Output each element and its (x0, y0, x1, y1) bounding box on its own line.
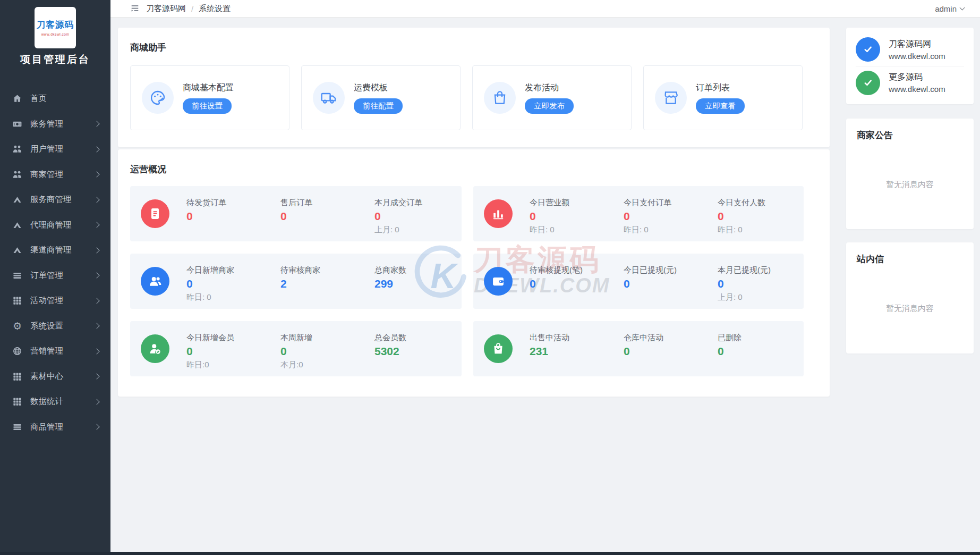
sidebar-item-goods[interactable]: 商品管理 (0, 415, 110, 440)
sidebar-item-system-settings[interactable]: ⚙ 系统设置 (0, 314, 110, 339)
sidebar-item-label: 代理商管理 (30, 220, 95, 231)
user-menu[interactable]: admin (935, 4, 964, 13)
view-now-button[interactable]: 立即查看 (696, 98, 745, 114)
chevron-down-icon (960, 5, 965, 11)
sidebar-item-orders[interactable]: 订单管理 (0, 263, 110, 289)
sidebar-menu: 首页 账务管理 用户管理 商家管理 (0, 86, 110, 440)
home-icon (12, 94, 22, 104)
sidebar-item-service-providers[interactable]: 服务商管理 (0, 187, 110, 213)
sidebar-item-marketing[interactable]: 营销管理 (0, 339, 110, 364)
chevron-right-icon (93, 146, 99, 152)
go-config-button[interactable]: 前往配置 (354, 98, 403, 114)
username: admin (935, 4, 957, 13)
sidebar-item-materials[interactable]: 素材中心 (0, 364, 110, 390)
stat-label: 本月已提现(元) (718, 265, 812, 275)
stat-label: 今日新增会员 (186, 333, 280, 343)
stat-label: 今日新增商家 (186, 265, 280, 275)
chevron-right-icon (93, 247, 99, 253)
breadcrumb-current[interactable]: 系统设置 (199, 4, 231, 14)
check-icon (856, 37, 880, 62)
sidebar-item-finance[interactable]: 账务管理 (0, 112, 110, 137)
link-row-dkewl[interactable]: 刀客源码网 www.dkewl.com (856, 33, 964, 66)
stat-label: 待审核商家 (280, 265, 374, 275)
sidebar-title: 项目管理后台 (0, 53, 110, 66)
sidebar-item-agents[interactable]: 代理商管理 (0, 213, 110, 238)
sidebar-item-statistics[interactable]: 数据统计 (0, 389, 110, 415)
sidebar-item-label: 服务商管理 (30, 194, 95, 205)
stat-sub (530, 360, 624, 369)
collapse-menu-icon[interactable] (130, 4, 140, 13)
stat-panel-activities: 出售中活动 231 仓库中活动 0 已删除 (473, 321, 804, 376)
stat-label: 已删除 (718, 333, 812, 343)
stat-value: 2 (280, 278, 374, 290)
list-icon (12, 271, 22, 281)
sidebar-item-label: 订单管理 (30, 270, 95, 281)
stat-value: 0 (374, 210, 468, 223)
chevron-right-icon (93, 121, 99, 127)
palette-icon (142, 82, 174, 114)
link-url: www.dkewl.com (889, 85, 945, 94)
stat-value: 0 (186, 278, 280, 290)
users-icon (141, 267, 169, 296)
stat-sub: 上月: 0 (718, 292, 812, 302)
stat-label: 待审核提现(笔) (530, 265, 624, 275)
link-row-more-source[interactable]: 更多源码 www.dkewl.com (856, 66, 964, 99)
chevron-right-icon (93, 222, 99, 228)
stat: 本月成交订单 0 上月: 0 (374, 198, 468, 235)
breadcrumb-root[interactable]: 刀客源码网 (146, 4, 186, 14)
stat: 今日支付人数 0 昨日: 0 (718, 198, 812, 235)
helper-label: 订单列表 (696, 82, 745, 94)
sidebar-item-label: 账务管理 (30, 119, 95, 130)
links-card: 刀客源码网 www.dkewl.com 更多源码 www.dkewl.com (846, 28, 974, 104)
stat-panel-orders: 待发货订单 0 售后订单 0 本月成交订单 (130, 186, 462, 241)
stat-value: 0 (624, 345, 718, 358)
caret-up-icon (12, 195, 22, 205)
window-bottom-edge (0, 552, 980, 555)
stat-sub: 昨日: 0 (530, 225, 624, 235)
sidebar-item-label: 用户管理 (30, 144, 95, 155)
check-icon (856, 71, 880, 95)
stat-sub (374, 360, 468, 369)
logo-text: 刀客源码 (37, 19, 74, 31)
stat-sub: 昨日:0 (186, 360, 280, 370)
stat: 今日支付订单 0 昨日: 0 (624, 198, 718, 235)
gear-icon: ⚙ (12, 321, 22, 331)
chevron-right-icon (93, 323, 99, 329)
section-title-helper: 商城助手 (130, 41, 817, 54)
notice-title: 商家公告 (857, 129, 963, 141)
stat-panel-withdrawals: 待审核提现(笔) 0 今日已提现(元) 0 (473, 254, 804, 309)
stat: 待审核商家 2 (280, 265, 374, 302)
go-setup-button[interactable]: 前往设置 (183, 98, 232, 114)
sidebar-item-users[interactable]: 用户管理 (0, 137, 110, 162)
sidebar-item-label: 活动管理 (30, 295, 95, 306)
stat-label: 今日支付订单 (624, 198, 718, 208)
grid-icon (12, 372, 22, 382)
topbar: 刀客源码网 / 系统设置 admin (110, 0, 980, 18)
merchant-notice-card: 商家公告 暂无消息内容 (846, 119, 974, 229)
truck-icon (313, 82, 345, 114)
stat-value: 231 (530, 345, 624, 358)
publish-now-button[interactable]: 立即发布 (525, 98, 574, 114)
logo-subtext: www.dkewl.com (41, 32, 70, 36)
helper-card-shop-config: 商城基本配置 前往设置 (130, 65, 289, 130)
sidebar-item-label: 渠道商管理 (30, 245, 95, 256)
sidebar-item-merchants[interactable]: 商家管理 (0, 162, 110, 188)
sidebar-item-label: 营销管理 (30, 346, 95, 357)
main-area: 刀客源码网 / 系统设置 admin 商城助手 (110, 0, 980, 555)
stat: 仓库中活动 0 (624, 333, 718, 369)
stat-value: 0 (186, 345, 280, 358)
stat: 今日新增商家 0 昨日: 0 (186, 265, 280, 302)
notice-empty-text: 暂无消息内容 (846, 180, 974, 190)
users-icon (12, 144, 22, 154)
chevron-right-icon (93, 172, 99, 178)
stat-label: 今日已提现(元) (624, 265, 718, 275)
stat-label: 今日营业额 (530, 198, 624, 208)
sidebar-item-home[interactable]: 首页 (0, 86, 110, 112)
shopping-bag-icon (484, 334, 513, 363)
sidebar-item-activities[interactable]: 活动管理 (0, 288, 110, 314)
stat-sub (624, 292, 718, 301)
link-title: 更多源码 (889, 72, 945, 83)
stat-panel-merchants: 今日新增商家 0 昨日: 0 待审核商家 2 (130, 254, 462, 309)
sidebar-item-channels[interactable]: 渠道商管理 (0, 238, 110, 263)
main-column: 商城助手 商城基本配置 前往设置 (118, 28, 830, 397)
